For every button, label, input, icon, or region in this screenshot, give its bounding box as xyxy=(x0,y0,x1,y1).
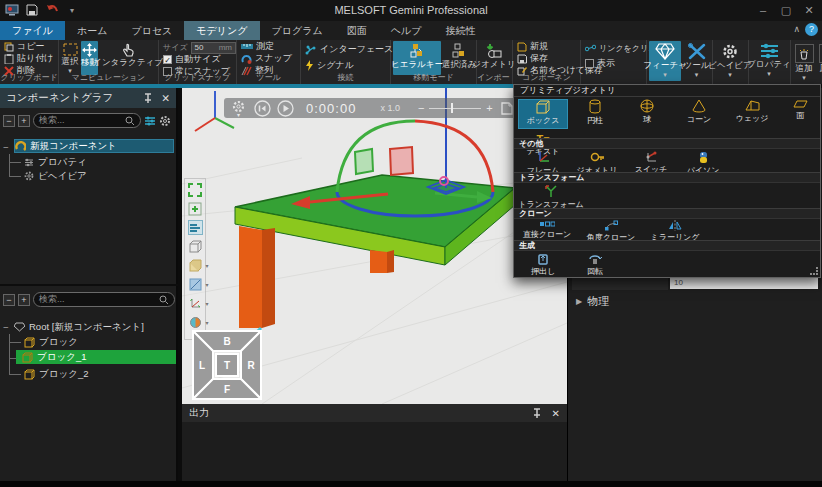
behavior-button[interactable]: ビヘイビア▾ xyxy=(713,41,747,81)
table-leg[interactable] xyxy=(239,226,262,328)
zoom-fit-icon[interactable] xyxy=(188,182,203,197)
tree-node-behavior[interactable]: ビヘイビア xyxy=(24,169,87,183)
speed-plus-button[interactable]: + xyxy=(486,102,492,114)
search-input[interactable]: 検索... xyxy=(33,292,175,307)
menu-item-linear-clone[interactable]: 直接クローン xyxy=(518,220,576,240)
tree-expander[interactable]: − xyxy=(3,140,9,154)
panel-close-icon[interactable]: ✕ xyxy=(161,92,170,104)
selected-mode-button[interactable]: 選択済み xyxy=(443,41,475,75)
interactive-button[interactable]: インタラクティブ xyxy=(100,41,156,75)
timeline-settings-icon[interactable]: ▾ xyxy=(232,100,245,117)
search-icon xyxy=(159,295,169,305)
expand-all-button[interactable]: + xyxy=(18,294,30,306)
menu-item-cylinder[interactable]: 円柱 xyxy=(570,99,620,126)
gizmo-plane-green[interactable] xyxy=(355,149,373,174)
measure-button[interactable]: 測定 xyxy=(241,41,300,52)
physics-section-row[interactable]: ▶ 物理 xyxy=(576,294,609,309)
tab-modeling[interactable]: モデリング xyxy=(184,21,259,40)
feature-button[interactable]: フィーチャ▾ xyxy=(649,41,681,81)
ribbon-group-link: リンクをクリエイト 表示 xyxy=(581,40,647,84)
new-button[interactable]: 新規 xyxy=(517,41,580,52)
tools-button[interactable]: ツール▾ xyxy=(683,41,710,81)
menu-item-wedge[interactable]: ウェッジ xyxy=(727,99,777,124)
add-button[interactable]: 追加▾ xyxy=(793,42,815,82)
help-icon[interactable]: ? xyxy=(805,23,818,36)
paste-button[interactable]: 貼り付け xyxy=(4,53,58,64)
tab-help[interactable]: ヘルプ xyxy=(379,21,434,40)
resize-grip[interactable] xyxy=(810,267,818,275)
tree-node-block[interactable]: ブロック xyxy=(24,335,78,349)
rewind-button[interactable] xyxy=(254,100,271,117)
feature-diamond-icon xyxy=(655,43,675,60)
menu-item-box[interactable]: ボックス xyxy=(518,99,568,129)
signal-button[interactable]: シグナル xyxy=(305,60,390,71)
origin-button[interactable]: 原点▾ xyxy=(817,42,822,82)
tab-process[interactable]: プロセス xyxy=(119,21,184,40)
pin-icon[interactable] xyxy=(532,408,542,419)
tree-node-new-component[interactable]: 新規コンポーネント xyxy=(14,139,174,153)
axes-toggle-icon[interactable]: ▾ xyxy=(188,296,203,311)
collapse-all-button[interactable]: − xyxy=(3,115,15,127)
close-button[interactable]: ✕ xyxy=(800,2,818,18)
play-button[interactable] xyxy=(277,100,294,117)
search-input[interactable]: 検索... xyxy=(33,113,141,128)
view-mode-icon[interactable] xyxy=(188,220,203,235)
render-style-icon[interactable]: ▾ xyxy=(188,315,203,330)
svg-text:L: L xyxy=(199,360,205,371)
tree-node-properties[interactable]: プロパティ xyxy=(24,155,87,169)
wireframe-cube-icon[interactable] xyxy=(188,239,203,254)
tab-file[interactable]: ファイル xyxy=(0,21,65,40)
grid-size-input[interactable]: 50 mm xyxy=(191,42,236,54)
viewport-3d[interactable]: ▾ 0:00:00 x 1.0 − + ▾ ▾ ▾ ▾ xyxy=(182,88,567,404)
menu-item-sphere[interactable]: 球 xyxy=(622,99,672,125)
add-icon xyxy=(795,44,814,63)
section-plane-icon[interactable]: ▾ xyxy=(188,277,203,292)
menu-item-revolve[interactable]: 回転 xyxy=(570,252,620,277)
pin-icon[interactable] xyxy=(143,93,153,104)
maximize-button[interactable]: ▢ xyxy=(777,2,795,18)
tree-node-block1-selected[interactable]: ブロック_1 xyxy=(16,350,176,364)
snap-button[interactable]: スナップ xyxy=(241,53,300,64)
tab-home[interactable]: ホーム xyxy=(65,21,119,40)
speed-slider[interactable] xyxy=(429,108,481,109)
properties-button[interactable]: プロパティ▾ xyxy=(749,41,789,81)
import-geometry-button[interactable]: ジオメトリ xyxy=(477,41,511,75)
shaded-cube-icon[interactable]: ▾ xyxy=(188,258,203,273)
tree-node-root[interactable]: Root [新規コンポーネント] xyxy=(14,320,144,334)
show-checkbox[interactable]: 表示 xyxy=(585,58,646,69)
primitive-geometry-menu: プリミティブジオメトリ ボックス 円柱 球 コーン ウェッジ 面 T≡ テキスト… xyxy=(513,84,821,278)
box-icon xyxy=(536,100,551,114)
collapse-all-button[interactable]: − xyxy=(3,294,15,306)
create-link-button[interactable]: リンクをクリエイト xyxy=(585,43,646,54)
copy-button[interactable]: コピー xyxy=(4,41,58,52)
select-button[interactable]: 選択▾ xyxy=(61,41,79,75)
expand-all-button[interactable]: + xyxy=(18,115,30,127)
menu-item-extrude[interactable]: 押出し xyxy=(518,252,568,277)
slider-handle[interactable] xyxy=(451,103,453,113)
table-leg[interactable] xyxy=(370,250,387,273)
tree-node-block2[interactable]: ブロック_2 xyxy=(24,367,88,381)
import-geometry-icon xyxy=(486,43,502,59)
tree-expander[interactable]: − xyxy=(3,320,9,334)
filter-icon[interactable] xyxy=(144,116,156,126)
hierarchy-mode-button[interactable]: ヒエラルキー xyxy=(393,41,441,75)
auto-size-checkbox[interactable]: ✓ 自動サイズ xyxy=(163,54,236,65)
plane-icon xyxy=(793,99,808,109)
menu-item-cone[interactable]: コーン xyxy=(674,99,724,125)
save-button[interactable]: 保存 xyxy=(517,53,580,64)
tab-program[interactable]: プログラム xyxy=(260,21,335,40)
snapshot-icon[interactable] xyxy=(501,102,513,115)
menu-item-plane[interactable]: 面 xyxy=(782,99,818,121)
minimize-button[interactable]: – xyxy=(754,2,772,18)
navigation-cube[interactable]: B L T R F xyxy=(192,330,262,400)
gizmo-plane-red[interactable] xyxy=(390,147,413,175)
tab-connectivity[interactable]: 接続性 xyxy=(433,21,487,40)
panel-close-icon[interactable]: ✕ xyxy=(552,408,560,419)
panel-gear-icon[interactable] xyxy=(159,115,171,127)
frame-selection-icon[interactable] xyxy=(188,201,203,216)
interface-button[interactable]: インターフェース xyxy=(305,44,390,55)
tab-drawing[interactable]: 図面 xyxy=(335,21,379,40)
menu-item-transform[interactable]: トランスフォーム xyxy=(518,185,584,210)
ribbon-collapse-icon[interactable]: ∧ xyxy=(793,24,800,34)
speed-minus-button[interactable]: − xyxy=(418,102,424,114)
